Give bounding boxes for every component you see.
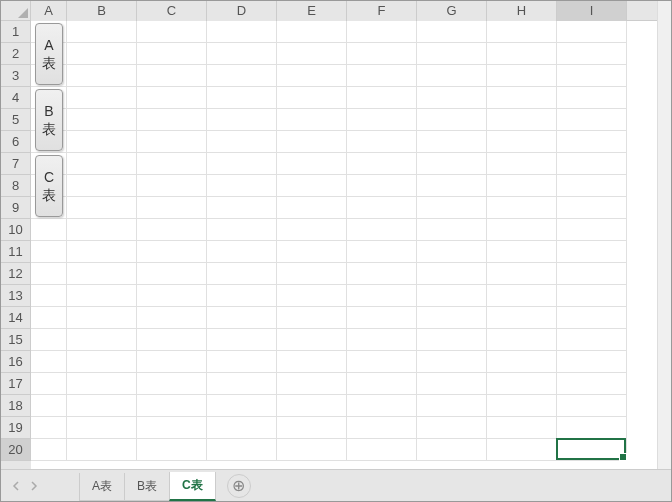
cell[interactable] bbox=[347, 373, 417, 395]
cell[interactable] bbox=[487, 153, 557, 175]
cell[interactable] bbox=[277, 65, 347, 87]
sheet-tab-2[interactable]: C表 bbox=[169, 472, 216, 501]
cell[interactable] bbox=[347, 219, 417, 241]
cell[interactable] bbox=[347, 153, 417, 175]
cell[interactable] bbox=[67, 373, 137, 395]
cell[interactable] bbox=[207, 109, 277, 131]
cell[interactable] bbox=[277, 395, 347, 417]
cell[interactable] bbox=[417, 43, 487, 65]
cell[interactable] bbox=[347, 417, 417, 439]
cell[interactable] bbox=[137, 197, 207, 219]
cell[interactable] bbox=[487, 263, 557, 285]
cell[interactable] bbox=[557, 131, 627, 153]
cell[interactable] bbox=[487, 395, 557, 417]
row-header-8[interactable]: 8 bbox=[1, 175, 31, 197]
cell[interactable] bbox=[417, 65, 487, 87]
cell[interactable] bbox=[31, 439, 67, 461]
cell[interactable] bbox=[557, 65, 627, 87]
column-header-G[interactable]: G bbox=[417, 1, 487, 21]
cell[interactable] bbox=[207, 417, 277, 439]
cell[interactable] bbox=[277, 351, 347, 373]
cell[interactable] bbox=[347, 87, 417, 109]
cell[interactable] bbox=[277, 175, 347, 197]
cell[interactable] bbox=[67, 197, 137, 219]
row-header-1[interactable]: 1 bbox=[1, 21, 31, 43]
cell[interactable] bbox=[277, 131, 347, 153]
cell[interactable] bbox=[417, 175, 487, 197]
cell[interactable] bbox=[417, 285, 487, 307]
cell[interactable] bbox=[31, 285, 67, 307]
column-header-E[interactable]: E bbox=[277, 1, 347, 21]
cell[interactable] bbox=[347, 329, 417, 351]
tab-nav-prev[interactable] bbox=[11, 479, 21, 493]
cell[interactable] bbox=[487, 21, 557, 43]
cell[interactable] bbox=[67, 65, 137, 87]
cell[interactable] bbox=[207, 21, 277, 43]
cell[interactable] bbox=[347, 395, 417, 417]
cell[interactable] bbox=[487, 131, 557, 153]
cell[interactable] bbox=[207, 43, 277, 65]
column-header-F[interactable]: F bbox=[347, 1, 417, 21]
cell[interactable] bbox=[487, 307, 557, 329]
cell[interactable] bbox=[137, 131, 207, 153]
cell[interactable] bbox=[67, 395, 137, 417]
cell[interactable] bbox=[347, 285, 417, 307]
cell[interactable] bbox=[347, 351, 417, 373]
row-header-18[interactable]: 18 bbox=[1, 395, 31, 417]
cell[interactable] bbox=[31, 417, 67, 439]
cell[interactable] bbox=[137, 373, 207, 395]
cell[interactable] bbox=[347, 21, 417, 43]
cell[interactable] bbox=[31, 351, 67, 373]
row-header-6[interactable]: 6 bbox=[1, 131, 31, 153]
column-header-H[interactable]: H bbox=[487, 1, 557, 21]
cell[interactable] bbox=[277, 21, 347, 43]
cell[interactable] bbox=[67, 175, 137, 197]
cell[interactable] bbox=[417, 439, 487, 461]
cell[interactable] bbox=[277, 109, 347, 131]
cell[interactable] bbox=[557, 417, 627, 439]
cell[interactable] bbox=[277, 43, 347, 65]
cell[interactable] bbox=[137, 65, 207, 87]
cell[interactable] bbox=[31, 373, 67, 395]
cell[interactable] bbox=[347, 131, 417, 153]
cell[interactable] bbox=[417, 329, 487, 351]
cell[interactable] bbox=[31, 219, 67, 241]
cell[interactable] bbox=[347, 43, 417, 65]
cell[interactable] bbox=[487, 285, 557, 307]
cell[interactable] bbox=[137, 329, 207, 351]
cell[interactable] bbox=[137, 285, 207, 307]
cell[interactable] bbox=[557, 263, 627, 285]
cell[interactable] bbox=[137, 87, 207, 109]
cell[interactable] bbox=[207, 307, 277, 329]
cell[interactable] bbox=[277, 307, 347, 329]
cell[interactable] bbox=[347, 197, 417, 219]
cell[interactable] bbox=[67, 153, 137, 175]
cell[interactable] bbox=[137, 351, 207, 373]
cell[interactable] bbox=[67, 439, 137, 461]
cell[interactable] bbox=[277, 87, 347, 109]
cell[interactable] bbox=[67, 285, 137, 307]
cell[interactable] bbox=[417, 219, 487, 241]
cell[interactable] bbox=[137, 241, 207, 263]
cell[interactable] bbox=[31, 307, 67, 329]
cell[interactable] bbox=[67, 307, 137, 329]
cell[interactable] bbox=[347, 175, 417, 197]
cell[interactable] bbox=[487, 65, 557, 87]
cell[interactable] bbox=[207, 285, 277, 307]
cell[interactable] bbox=[137, 175, 207, 197]
cell[interactable] bbox=[207, 65, 277, 87]
row-header-13[interactable]: 13 bbox=[1, 285, 31, 307]
cell[interactable] bbox=[557, 307, 627, 329]
cell[interactable] bbox=[277, 285, 347, 307]
cells-area[interactable] bbox=[31, 21, 657, 469]
column-header-I[interactable]: I bbox=[557, 1, 627, 21]
cell[interactable] bbox=[31, 263, 67, 285]
cell[interactable] bbox=[347, 263, 417, 285]
cell[interactable] bbox=[417, 153, 487, 175]
cell[interactable] bbox=[207, 175, 277, 197]
row-header-17[interactable]: 17 bbox=[1, 373, 31, 395]
cell[interactable] bbox=[487, 439, 557, 461]
cell[interactable] bbox=[31, 329, 67, 351]
cell[interactable] bbox=[277, 373, 347, 395]
cell[interactable] bbox=[207, 131, 277, 153]
